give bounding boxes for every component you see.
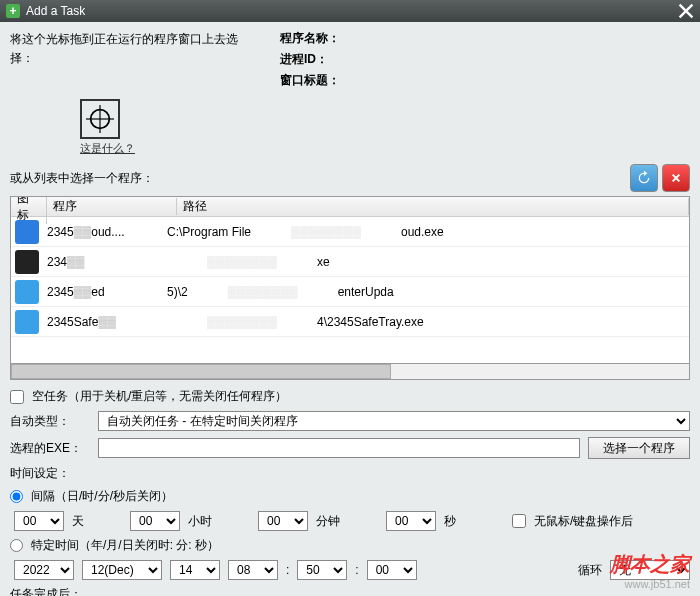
- day-select[interactable]: 14: [170, 560, 220, 580]
- app-icon: [15, 310, 39, 334]
- secs-unit: 秒: [444, 513, 456, 530]
- empty-task-checkbox[interactable]: [10, 390, 24, 404]
- interval-label: 间隔（日/时/分/秒后关闭）: [31, 488, 173, 505]
- mins-select[interactable]: 00: [258, 511, 308, 531]
- days-unit: 天: [72, 513, 84, 530]
- timeset-label: 时间设定：: [10, 465, 690, 482]
- path-cell: C:\Program File▓▓▓▓▓▓▓▓oud.exe: [167, 225, 685, 239]
- app-icon: [15, 280, 39, 304]
- empty-task-label: 空任务（用于关机/重启等，无需关闭任何程序）: [32, 388, 287, 405]
- prog-cell: 2345▓▓oud....: [47, 225, 167, 239]
- loop-label: 循环: [578, 562, 602, 579]
- app-icon: [15, 250, 39, 274]
- prog-cell: 234▓▓: [47, 255, 167, 269]
- titlebar: + Add a Task: [0, 0, 700, 22]
- hours-select[interactable]: 00: [130, 511, 180, 531]
- drag-instruction: 将这个光标拖到正在运行的程序窗口上去选择：: [10, 30, 260, 93]
- autotype-select[interactable]: 自动关闭任务 - 在特定时间关闭程序: [98, 411, 690, 431]
- close-button[interactable]: [678, 3, 694, 19]
- autotype-label: 自动类型：: [10, 413, 90, 430]
- after-label: 任务完成后：: [10, 586, 690, 596]
- program-table: 图标 程序 路径 2345▓▓oud.... C:\Program File▓▓…: [10, 196, 690, 364]
- refresh-button[interactable]: [630, 164, 658, 192]
- no-input-checkbox[interactable]: [512, 514, 526, 528]
- path-cell: 5)\2▓▓▓▓▓▓▓▓enterUpda: [167, 285, 685, 299]
- table-header: 图标 程序 路径: [11, 197, 689, 217]
- specific-label: 特定时间（年/月/日关闭时: 分: 秒）: [31, 537, 219, 554]
- what-is-this-link[interactable]: 这是什么？: [80, 142, 135, 154]
- hours-unit: 小时: [188, 513, 212, 530]
- exe-input[interactable]: [98, 438, 580, 458]
- table-row[interactable]: 2345Safe▓▓ ▓▓▓▓▓▓▓▓4\2345SafeTray.exe: [11, 307, 689, 337]
- col-program[interactable]: 程序: [47, 198, 177, 215]
- app-icon: +: [6, 4, 20, 18]
- secs-select[interactable]: 00: [386, 511, 436, 531]
- month-select[interactable]: 12(Dec): [82, 560, 162, 580]
- prog-cell: 2345Safe▓▓: [47, 315, 167, 329]
- specific-radio[interactable]: [10, 539, 23, 552]
- table-row[interactable]: 234▓▓ ▓▓▓▓▓▓▓▓xe: [11, 247, 689, 277]
- crosshair-dragger[interactable]: [80, 99, 120, 139]
- no-input-label: 无鼠标/键盘操作后: [534, 513, 633, 530]
- col-path[interactable]: 路径: [177, 198, 689, 215]
- process-id-label: 进程ID：: [280, 51, 690, 68]
- mins-unit: 分钟: [316, 513, 340, 530]
- year-select[interactable]: 2022: [14, 560, 74, 580]
- days-select[interactable]: 00: [14, 511, 64, 531]
- prog-cell: 2345▓▓ed: [47, 285, 167, 299]
- horizontal-scrollbar[interactable]: [10, 364, 690, 380]
- table-row[interactable]: 2345▓▓oud.... C:\Program File▓▓▓▓▓▓▓▓oud…: [11, 217, 689, 247]
- interval-radio[interactable]: [10, 490, 23, 503]
- program-name-label: 程序名称：: [280, 30, 690, 47]
- path-cell: ▓▓▓▓▓▓▓▓4\2345SafeTray.exe: [167, 315, 685, 329]
- window-title: Add a Task: [26, 4, 85, 18]
- min-select[interactable]: 50: [297, 560, 347, 580]
- choose-program-button[interactable]: 选择一个程序: [588, 437, 690, 459]
- path-cell: ▓▓▓▓▓▓▓▓xe: [167, 255, 685, 269]
- delete-button[interactable]: [662, 164, 690, 192]
- window-title-label: 窗口标题：: [280, 72, 690, 89]
- sec-select[interactable]: 00: [367, 560, 417, 580]
- loop-select[interactable]: 无: [610, 560, 690, 580]
- hour-select[interactable]: 08: [228, 560, 278, 580]
- list-header: 或从列表中选择一个程序：: [10, 170, 626, 187]
- table-row[interactable]: 2345▓▓ed 5)\2▓▓▓▓▓▓▓▓enterUpda: [11, 277, 689, 307]
- exe-label: 选程的EXE：: [10, 440, 90, 457]
- app-icon: [15, 220, 39, 244]
